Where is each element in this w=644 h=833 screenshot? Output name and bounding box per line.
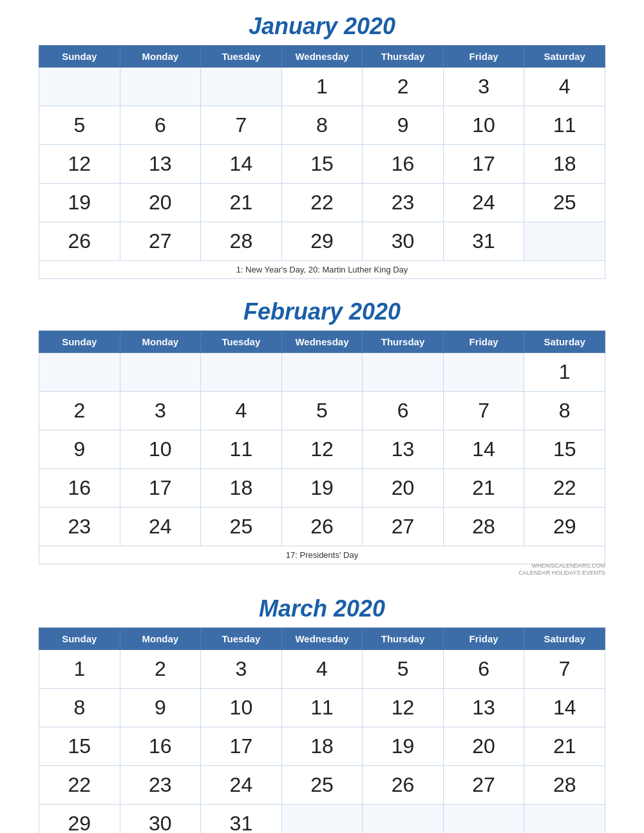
january-holidays-row: 1: New Year's Day, 20: Martin Luther Kin… (39, 261, 605, 279)
table-cell: 4 (281, 650, 363, 689)
table-cell: 18 (281, 727, 363, 766)
table-cell (120, 353, 201, 392)
table-cell: 12 (281, 430, 363, 469)
table-cell: 15 (281, 145, 363, 184)
table-cell: 31 (201, 805, 282, 834)
table-cell: 26 (281, 508, 363, 546)
feb-thu-header: Thursday (363, 331, 444, 353)
table-cell (363, 805, 444, 834)
feb-mon-header: Monday (120, 331, 201, 353)
table-cell: 27 (120, 222, 201, 261)
table-cell: 15 (39, 727, 120, 766)
march-header-row: Sunday Monday Tuesday Wednesday Thursday… (39, 628, 605, 650)
february-calendar: February 2020 Sunday Monday Tuesday Wedn… (39, 298, 605, 576)
table-cell: 21 (524, 727, 605, 766)
table-cell (281, 353, 363, 392)
table-cell: 7 (524, 650, 605, 689)
table-cell: 10 (201, 689, 282, 727)
table-cell (524, 805, 605, 834)
table-cell: 22 (524, 469, 605, 508)
table-cell: 24 (201, 766, 282, 805)
table-cell: 18 (201, 469, 282, 508)
table-cell: 8 (39, 689, 120, 727)
table-cell: 15 (524, 430, 605, 469)
table-cell: 30 (363, 222, 444, 261)
watermark-sub: CALENDAR HOLIDAYS EVENTS (518, 570, 605, 576)
jan-sun-header: Sunday (39, 46, 120, 68)
table-cell: 13 (443, 689, 524, 727)
table-cell: 5 (363, 650, 444, 689)
table-cell: 22 (281, 184, 363, 222)
mar-fri-header: Friday (443, 628, 524, 650)
table-cell: 27 (363, 508, 444, 546)
table-cell (363, 353, 444, 392)
table-cell: 9 (39, 430, 120, 469)
table-cell: 23 (120, 766, 201, 805)
table-cell: 13 (120, 145, 201, 184)
table-cell: 20 (363, 469, 444, 508)
table-row: 8 9 10 11 12 13 14 (39, 689, 605, 727)
jan-tue-header: Tuesday (201, 46, 282, 68)
table-cell: 21 (201, 184, 282, 222)
table-cell: 8 (281, 106, 363, 145)
january-holidays: 1: New Year's Day, 20: Martin Luther Kin… (39, 261, 605, 279)
table-cell: 9 (120, 689, 201, 727)
feb-sat-header: Saturday (524, 331, 605, 353)
march-calendar: March 2020 Sunday Monday Tuesday Wednesd… (39, 595, 605, 833)
table-row: 19 20 21 22 23 24 25 (39, 184, 605, 222)
february-table: Sunday Monday Tuesday Wednesday Thursday… (39, 330, 605, 564)
jan-wed-header: Wednesday (281, 46, 363, 68)
table-cell (443, 353, 524, 392)
table-cell: 28 (443, 508, 524, 546)
table-cell: 18 (524, 145, 605, 184)
table-cell: 19 (363, 727, 444, 766)
table-row: 2 3 4 5 6 7 8 (39, 392, 605, 430)
march-table: Sunday Monday Tuesday Wednesday Thursday… (39, 627, 605, 833)
january-header-row: Sunday Monday Tuesday Wednesday Thursday… (39, 46, 605, 68)
table-cell: 29 (39, 805, 120, 834)
table-cell: 3 (120, 392, 201, 430)
table-cell: 17 (443, 145, 524, 184)
table-cell: 1 (281, 68, 363, 106)
table-row: 29 30 31 (39, 805, 605, 834)
mar-sat-header: Saturday (524, 628, 605, 650)
table-cell: 11 (201, 430, 282, 469)
table-cell: 14 (443, 430, 524, 469)
table-cell: 10 (443, 106, 524, 145)
table-cell: 27 (443, 766, 524, 805)
table-cell: 20 (120, 184, 201, 222)
table-row: 1 2 3 4 5 6 7 (39, 650, 605, 689)
table-row: 1 2 3 4 (39, 68, 605, 106)
mar-sun-header: Sunday (39, 628, 120, 650)
table-cell (39, 68, 120, 106)
table-cell: 16 (120, 727, 201, 766)
table-cell: 5 (281, 392, 363, 430)
table-cell: 25 (201, 508, 282, 546)
table-cell: 25 (524, 184, 605, 222)
table-cell: 29 (281, 222, 363, 261)
table-cell: 20 (443, 727, 524, 766)
mar-thu-header: Thursday (363, 628, 444, 650)
table-cell: 24 (443, 184, 524, 222)
table-cell: 11 (281, 689, 363, 727)
table-row: 9 10 11 12 13 14 15 (39, 430, 605, 469)
table-cell: 19 (39, 184, 120, 222)
table-cell: 29 (524, 508, 605, 546)
table-cell: 28 (201, 222, 282, 261)
jan-mon-header: Monday (120, 46, 201, 68)
table-cell: 13 (363, 430, 444, 469)
table-cell: 11 (524, 106, 605, 145)
table-row: 22 23 24 25 26 27 28 (39, 766, 605, 805)
table-cell (39, 353, 120, 392)
table-cell: 3 (443, 68, 524, 106)
table-cell: 19 (281, 469, 363, 508)
table-cell: 21 (443, 469, 524, 508)
table-row: 5 6 7 8 9 10 11 (39, 106, 605, 145)
table-cell (281, 805, 363, 834)
table-cell: 6 (120, 106, 201, 145)
table-cell (524, 222, 605, 261)
table-cell (201, 68, 282, 106)
table-cell: 24 (120, 508, 201, 546)
table-cell: 26 (39, 222, 120, 261)
table-cell: 17 (120, 469, 201, 508)
